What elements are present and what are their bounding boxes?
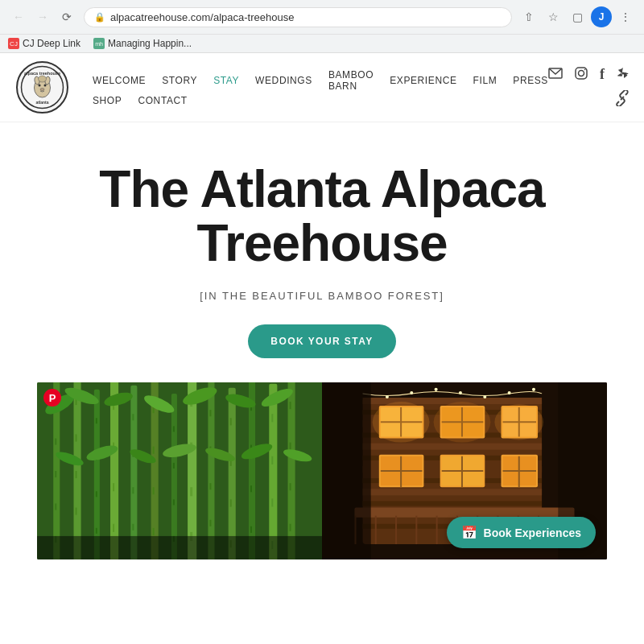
address-bar[interactable]: 🔒 alpacatreehouse.com/alpaca-treehouse (84, 7, 512, 27)
svg-rect-140 (436, 516, 438, 544)
social-icons: f (548, 66, 630, 109)
svg-rect-19 (55, 471, 56, 477)
facebook-icon[interactable]: f (600, 66, 605, 83)
svg-rect-81 (290, 524, 291, 531)
svg-rect-38 (132, 415, 134, 421)
svg-rect-58 (209, 411, 211, 417)
svg-rect-45 (153, 488, 155, 495)
svg-rect-77 (288, 382, 295, 559)
svg-rect-138 (395, 516, 397, 544)
logo-area[interactable]: alpaca treehouse atlanta (16, 61, 68, 114)
svg-rect-63 (230, 419, 232, 426)
svg-rect-108 (363, 502, 543, 506)
svg-point-13 (584, 68, 586, 70)
bookmark-mh[interactable]: mh Managing Happin... (93, 38, 192, 49)
svg-rect-72 (269, 384, 277, 559)
email-icon[interactable] (548, 68, 563, 82)
nav-stay[interactable]: STAY (213, 75, 239, 86)
svg-rect-55 (190, 488, 192, 497)
svg-rect-78 (290, 402, 291, 409)
svg-rect-49 (173, 463, 175, 469)
social-row-2 (614, 90, 630, 109)
yelp-icon[interactable] (616, 66, 630, 84)
browser-chrome: ← → ⟳ 🔒 alpacatreehouse.com/alpaca-treeh… (0, 0, 644, 53)
svg-rect-36 (113, 524, 114, 532)
nav-row-2: SHOP CONTACT (93, 95, 548, 106)
svg-rect-31 (96, 528, 97, 534)
svg-rect-103 (363, 444, 543, 450)
mh-favicon: mh (93, 38, 105, 49)
svg-point-157 (532, 388, 535, 391)
svg-point-149 (434, 402, 491, 443)
nav-story[interactable]: STORY (162, 75, 197, 86)
image-section: P 📅 Book Experiences (37, 382, 607, 559)
svg-rect-158 (322, 382, 371, 559)
back-button[interactable]: ← (8, 6, 29, 27)
svg-rect-48 (173, 427, 175, 432)
svg-point-154 (459, 391, 462, 394)
instagram-icon[interactable] (574, 66, 588, 84)
svg-rect-57 (208, 382, 214, 559)
svg-text:atlanta: atlanta (35, 100, 48, 105)
tab-button[interactable]: ▢ (567, 6, 588, 27)
menu-button[interactable]: ⋮ (615, 6, 636, 27)
calendar-icon: 📅 (461, 525, 477, 540)
social-row-1: f (548, 66, 630, 84)
nav-press[interactable]: PRESS (513, 75, 548, 86)
svg-point-5 (40, 89, 44, 91)
nav-experience[interactable]: EXPERIENCE (390, 75, 456, 86)
bookmarks-bar: CJ CJ Deep Link mh Managing Happin... (0, 34, 644, 52)
svg-rect-25 (76, 471, 77, 478)
svg-rect-40 (132, 488, 134, 494)
svg-rect-73 (271, 415, 273, 423)
nav-row-1: WELCOME STORY STAY WEDDINGS BAMBOO BARN … (93, 69, 548, 92)
forward-button[interactable]: → (32, 6, 53, 27)
browser-toolbar: ← → ⟳ 🔒 alpacatreehouse.com/alpaca-treeh… (0, 0, 644, 34)
pinterest-p: P (49, 392, 56, 404)
logo-svg: alpaca treehouse atlanta (20, 65, 64, 109)
profile-button[interactable]: J (591, 6, 612, 27)
nav-links: WELCOME STORY STAY WEDDINGS BAMBOO BARN … (93, 69, 548, 106)
book-stay-button[interactable]: BOOK YOUR STAY (248, 324, 395, 358)
share-button[interactable]: ⇧ (518, 6, 539, 27)
svg-rect-65 (230, 500, 232, 507)
nav-contact[interactable]: CONTACT (138, 95, 187, 106)
nav-weddings[interactable]: WEDDINGS (255, 75, 312, 86)
svg-rect-44 (153, 447, 155, 454)
svg-rect-35 (113, 484, 114, 492)
svg-rect-28 (96, 419, 97, 424)
svg-point-148 (373, 402, 430, 443)
book-experiences-label: Book Experiences (484, 526, 581, 539)
svg-rect-18 (55, 439, 56, 445)
svg-rect-61 (209, 520, 211, 526)
nav-shop[interactable]: SHOP (93, 95, 122, 106)
svg-rect-75 (271, 499, 273, 507)
link-icon[interactable] (614, 90, 630, 109)
svg-rect-135 (354, 508, 574, 518)
nav-bamboo-barn[interactable]: BAMBOO BARN (328, 69, 374, 92)
nav-welcome[interactable]: WELCOME (93, 75, 146, 86)
svg-rect-30 (96, 492, 97, 497)
svg-rect-70 (250, 486, 252, 493)
svg-point-14 (621, 72, 624, 74)
hero-title-line2: Treehouse (196, 214, 447, 272)
book-experiences-button[interactable]: 📅 Book Experiences (447, 517, 596, 548)
svg-point-12 (578, 70, 584, 76)
nav-film[interactable]: FILM (473, 75, 497, 86)
svg-rect-79 (290, 443, 291, 450)
bookmark-button[interactable]: ☆ (543, 6, 564, 27)
svg-point-153 (435, 388, 438, 391)
svg-rect-20 (55, 504, 56, 510)
svg-text:alpaca treehouse: alpaca treehouse (24, 71, 60, 76)
hero-title-line1: The Atlanta Alpaca (99, 160, 544, 218)
svg-point-151 (386, 395, 389, 398)
svg-rect-62 (229, 388, 236, 559)
svg-point-155 (483, 395, 486, 398)
svg-rect-60 (209, 484, 211, 490)
bookmark-cj[interactable]: CJ CJ Deep Link (8, 38, 80, 49)
svg-point-150 (494, 404, 543, 440)
reload-button[interactable]: ⟳ (56, 6, 77, 27)
svg-rect-50 (173, 500, 175, 506)
site-nav: alpaca treehouse atlanta (0, 53, 644, 122)
nav-buttons: ← → ⟳ (8, 6, 77, 27)
